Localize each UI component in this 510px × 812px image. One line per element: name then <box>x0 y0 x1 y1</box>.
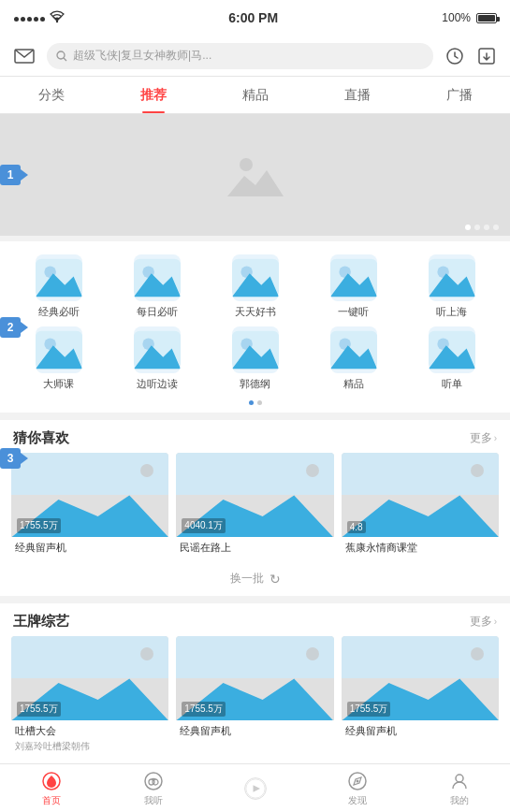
grid-icon-book <box>232 254 279 301</box>
wangpai-card-1[interactable]: 1755.5万 吐槽大会 刘嘉玲吐槽梁朝伟 <box>11 636 168 756</box>
wangpai-card-3-thumb: 1755.5万 <box>342 636 499 720</box>
guess-card-2-count: 4040.1万 <box>182 518 226 533</box>
grid-item-playlist[interactable]: 听单 <box>415 326 489 391</box>
grid-icon-read <box>134 326 181 373</box>
status-bar: 6:00 PM 100% <box>0 0 510 36</box>
search-icon <box>56 51 67 62</box>
guess-card-3-count: 4.8 <box>347 521 366 533</box>
svg-point-0 <box>56 20 58 22</box>
grid-icon-daily <box>134 254 181 301</box>
mail-icon[interactable] <box>11 43 37 69</box>
nav-mine-label: 我的 <box>450 794 469 807</box>
nav-mine[interactable]: 我的 <box>408 764 510 812</box>
grid-item-onekey[interactable]: 一键听 <box>316 254 391 319</box>
grid-item-daily[interactable]: 每日必听 <box>120 254 195 319</box>
svg-point-2 <box>57 51 65 59</box>
download-icon[interactable] <box>474 44 499 68</box>
status-time: 6:00 PM <box>228 10 278 25</box>
svg-point-6 <box>240 158 253 171</box>
wangpai-card-2-count: 1755.5万 <box>182 702 226 717</box>
search-input-wrap[interactable]: 超级飞侠|复旦女神教师|马... <box>47 43 433 69</box>
grid-dot-1 <box>249 400 254 405</box>
grid-inner: 经典必听 每日必听 <box>0 241 510 413</box>
nav-listen[interactable]: 我听 <box>102 764 204 812</box>
wangpai-card-3-title: 经典留声机 <box>342 720 499 739</box>
nav-play[interactable] <box>204 764 306 812</box>
guess-more[interactable]: 更多 › <box>470 430 497 446</box>
guess-card-1[interactable]: 1755.5万 经典留声机 <box>11 453 168 556</box>
battery-percent: 100% <box>442 11 471 24</box>
guess-card-1-thumb: 1755.5万 <box>11 453 168 537</box>
banner-dot-3 <box>484 225 489 230</box>
grid-icon-master <box>36 326 82 373</box>
tab-category[interactable]: 分类 <box>0 77 102 113</box>
label-3: 3 <box>0 448 28 469</box>
wangpai-card-2[interactable]: 1755.5万 经典留声机 <box>176 636 333 756</box>
grid-icon-premium <box>330 326 377 373</box>
grid-item-premium[interactable]: 精品 <box>316 326 391 391</box>
guess-card-2-thumb: 4040.1万 <box>176 453 333 537</box>
banner[interactable] <box>0 114 510 236</box>
svg-point-51 <box>356 779 358 782</box>
banner-section: 1 <box>0 114 510 236</box>
wangpai-card-2-title: 经典留声机 <box>176 720 333 739</box>
tab-radio[interactable]: 广播 <box>408 77 510 113</box>
grid-item-master[interactable]: 大师课 <box>22 326 96 391</box>
nav-listen-label: 我听 <box>144 794 163 807</box>
guess-refresh[interactable]: 换一批 ↻ <box>0 565 510 596</box>
wangpai-card-2-thumb: 1755.5万 <box>176 636 333 720</box>
refresh-icon: ↻ <box>270 572 281 587</box>
signal-icon <box>13 11 46 24</box>
grid-item-shanghai[interactable]: 听上海 <box>415 254 489 319</box>
wangpai-card-3[interactable]: 1755.5万 经典留声机 <box>342 636 499 756</box>
grid-icon-guo <box>232 326 279 373</box>
svg-point-44 <box>145 773 162 790</box>
tab-live[interactable]: 直播 <box>306 77 408 113</box>
history-icon[interactable] <box>443 44 467 68</box>
wangpai-card-1-title: 吐槽大会 <box>11 720 168 739</box>
wangpai-section-header: 王牌综艺 更多 › <box>0 603 510 636</box>
wangpai-section-wrapper: 王牌综艺 更多 › 1755.5万 <box>0 603 510 763</box>
mine-icon <box>448 770 471 792</box>
wangpai-card-3-count: 1755.5万 <box>347 702 391 717</box>
grid-item-jingdian[interactable]: 经典必听 <box>22 254 96 319</box>
main-content: 1 2 <box>0 114 510 763</box>
guess-section-header: 猜你喜欢 更多 › <box>0 420 510 453</box>
grid-page-dots <box>0 395 510 407</box>
play-icon <box>244 777 267 800</box>
wangpai-section: 王牌综艺 更多 › 1755.5万 <box>0 603 510 763</box>
guess-section-wrapper: 3 猜你喜欢 更多 › <box>0 420 510 596</box>
grid-icon-jingdian <box>36 254 82 301</box>
svg-point-52 <box>456 775 463 782</box>
wangpai-more[interactable]: 更多 › <box>470 614 497 630</box>
banner-dot-4 <box>493 225 499 230</box>
wangpai-card-1-thumb: 1755.5万 <box>11 636 168 720</box>
nav-home[interactable]: 首页 <box>0 764 102 812</box>
guess-card-3-title: 蕉康永情商课堂 <box>342 537 499 556</box>
grid-icon-shanghai <box>429 254 475 301</box>
wangpai-title: 王牌综艺 <box>13 613 69 631</box>
search-placeholder: 超级飞侠|复旦女神教师|马... <box>73 48 211 64</box>
svg-point-46 <box>153 779 158 785</box>
discover-icon <box>346 770 369 792</box>
grid-item-guo[interactable]: 郭德纲 <box>218 326 293 391</box>
guess-card-3[interactable]: 4.8 蕉康永情商课堂 <box>342 453 499 556</box>
guess-card-1-title: 经典留声机 <box>11 537 168 556</box>
tab-premium[interactable]: 精品 <box>204 77 306 113</box>
grid-section: 2 经典必听 <box>0 241 510 413</box>
search-icons <box>443 44 499 68</box>
wangpai-cards: 1755.5万 吐槽大会 刘嘉玲吐槽梁朝伟 1755.5万 <box>0 636 510 763</box>
banner-dot-2 <box>474 225 480 230</box>
nav-discover[interactable]: 发现 <box>306 764 408 812</box>
wangpai-card-1-count: 1755.5万 <box>17 702 61 717</box>
tabs: 分类 推荐 精品 直播 广播 <box>0 77 510 114</box>
guess-cards: 1755.5万 经典留声机 4040.1万 <box>0 453 510 565</box>
grid-item-read[interactable]: 边听边读 <box>120 326 195 391</box>
tab-recommend[interactable]: 推荐 <box>102 77 204 113</box>
guess-card-2[interactable]: 4040.1万 民谣在路上 <box>176 453 333 556</box>
grid-dot-2 <box>257 400 262 405</box>
wifi-icon <box>50 10 65 26</box>
guess-card-1-count: 1755.5万 <box>17 518 61 533</box>
guess-card-2-title: 民谣在路上 <box>176 537 333 556</box>
grid-item-book[interactable]: 天天好书 <box>218 254 293 319</box>
